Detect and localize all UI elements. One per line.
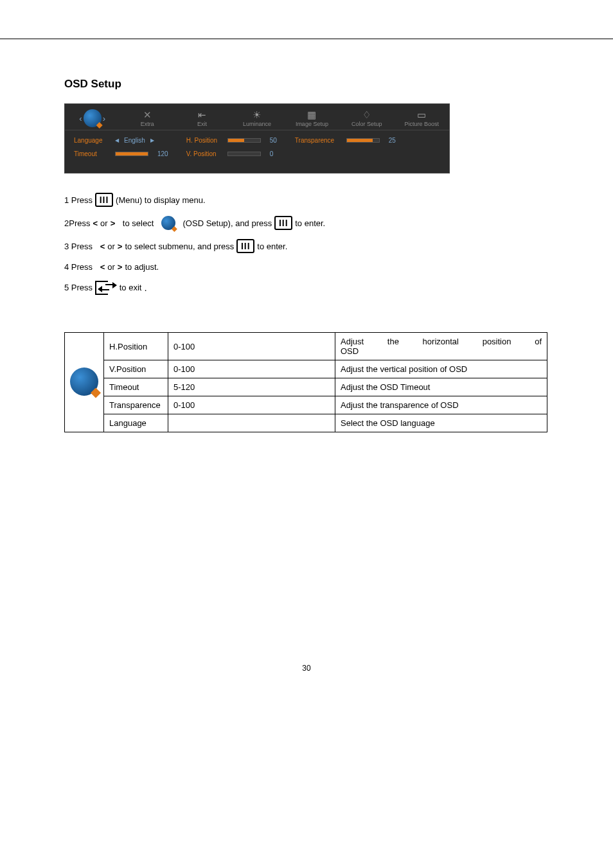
osd-hpos-value: 50 [270,137,277,144]
color-setup-icon: ♢ [339,109,394,121]
osd-language-label: Language [74,137,110,144]
step-text: to select submenu, and press [125,242,234,251]
less-than-icon: < [100,242,105,251]
osd-vpos-label: V. Position [186,150,222,157]
step-3: 3 Press < or > to select submenu, and pr… [64,239,549,253]
step-1: 1 Press III (Menu) to display menu. [64,193,549,207]
step-4: 4 Press < or > to adjust. [64,262,549,272]
step-text: (OSD Setup), and press [183,218,272,228]
osd-tab-image-setup: ▦Image Setup [285,104,339,130]
osd-timeout-label: Timeout [74,150,110,157]
triangle-left-icon: ◀ [115,137,119,143]
table-row: Transparence 0-100 Adjust the transparen… [65,396,547,414]
osd-tab-exit: ⇤Exit [175,104,229,130]
osd-timeout-slider [115,152,148,156]
tab-label: Extra [141,121,154,127]
step-text: or [100,218,108,228]
osd-screenshot: ‹ › ✕Extra ⇤Exit ☀Luminance ▦Image Setup… [64,103,450,173]
step-text: or [107,262,115,272]
table-row: V.Position 0-100 Adjust the vertical pos… [65,360,547,378]
parameter-table: H.Position 0-100 Adjust the horizontal p… [64,332,547,432]
step-text: to select [123,218,154,228]
tab-label: Exit [197,121,207,127]
period: . [144,282,147,293]
step-text: to adjust. [125,262,159,272]
step-text: 4 Press [64,262,93,272]
step-text: or [107,242,115,251]
luminance-icon: ☀ [229,109,284,121]
step-text: to enter. [295,218,325,228]
param-range: 0-100 [168,333,335,360]
osd-hpos-slider [227,138,261,143]
step-text: 5 Press [64,283,93,292]
step-text: to exit [120,283,142,292]
param-range: 5-120 [168,378,335,396]
chevron-right-icon: › [103,114,105,123]
osd-vpos-value: 0 [270,150,274,157]
step-text: (Menu) to display menu. [116,195,205,205]
step-2: 2Press < or > to select (OSD Setup), and… [64,216,549,230]
osd-tab-picture-boost: ▭Picture Boost [395,104,449,130]
param-name: H.Position [104,333,168,360]
menu-icon: III [95,193,113,207]
table-row: Timeout 5-120 Adjust the OSD Timeout [65,378,547,396]
osd-tab-bar: ‹ › ✕Extra ⇤Exit ☀Luminance ▦Image Setup… [65,104,449,130]
param-name: Timeout [104,378,168,396]
table-row: Language Select the OSD language [65,414,547,432]
tab-label: Luminance [243,121,271,127]
param-desc: Adjust the horizontal position ofOSD [335,333,547,360]
auto-exit-icon [95,281,112,294]
param-range: 0-100 [168,396,335,414]
osd-trans-slider [346,138,380,143]
param-name: Transparence [104,396,168,414]
chevron-left-icon: ‹ [79,114,82,123]
triangle-right-icon: ▶ [150,137,154,143]
step-text: 1 Press [64,195,93,205]
exit-icon: ⇤ [175,109,229,121]
greater-than-icon: > [118,262,123,272]
menu-icon: III [236,239,254,253]
osd-hpos-label: H. Position [186,137,222,144]
tab-label: Image Setup [296,121,328,127]
globe-gear-icon [161,216,175,230]
step-text: 3 Press [64,242,93,251]
param-name: Language [104,414,168,432]
osd-tab-luminance: ☀Luminance [229,104,284,130]
picture-boost-icon: ▭ [395,109,449,121]
less-than-icon: < [93,218,98,228]
step-text: to enter. [257,242,287,251]
osd-vpos-slider [227,152,261,156]
table-icon-cell [65,333,104,432]
param-range [168,414,335,432]
param-desc: Adjust the transparence of OSD [335,396,547,414]
tab-label: Picture Boost [404,121,439,127]
extra-icon: ✕ [120,109,174,121]
param-range: 0-100 [168,360,335,378]
osd-trans-value: 25 [389,137,396,144]
param-desc: Select the OSD language [335,414,547,432]
osd-tab-color-setup: ♢Color Setup [339,104,394,130]
menu-icon: III [274,216,292,230]
page-title: OSD Setup [64,78,549,91]
less-than-icon: < [100,262,105,272]
desc-line: Adjust the horizontal position of [341,337,542,346]
greater-than-icon: > [118,242,123,251]
osd-tab-osd-setup: ‹ › [65,104,120,130]
tab-label: Color Setup [351,121,382,127]
table-row: H.Position 0-100 Adjust the horizontal p… [65,333,547,360]
osd-tab-extra: ✕Extra [120,104,174,130]
globe-gear-icon [70,368,98,396]
param-name: V.Position [104,360,168,378]
step-5: 5 Press to exit. [64,281,549,294]
globe-gear-icon [84,109,102,127]
param-desc: Adjust the vertical position of OSD [335,360,547,378]
page-number: 30 [64,664,549,673]
instruction-steps: 1 Press III (Menu) to display menu. 2Pre… [64,193,549,294]
osd-language-value: English [124,137,145,144]
osd-body: Language ◀ English ▶ Timeout 120 H. Posi… [65,130,449,173]
greater-than-icon: > [111,218,116,228]
image-setup-icon: ▦ [285,109,339,121]
param-desc: Adjust the OSD Timeout [335,378,547,396]
step-text: 2Press [64,218,90,228]
osd-timeout-value: 120 [157,150,168,157]
